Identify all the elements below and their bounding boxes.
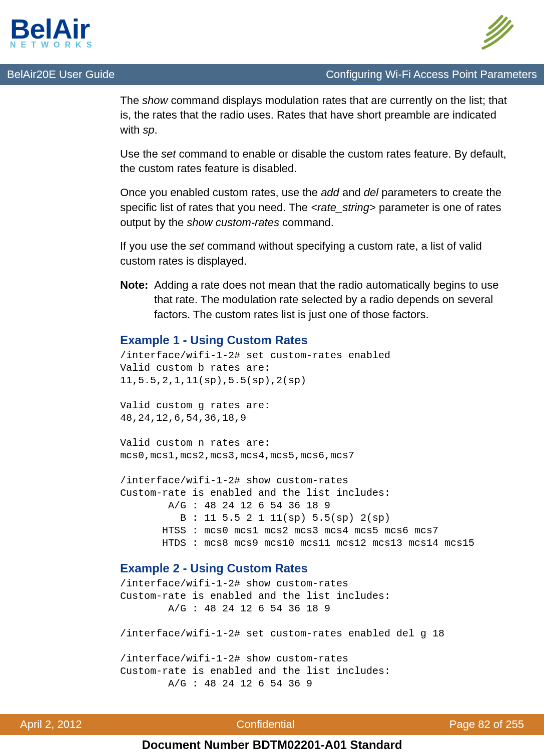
example-2-heading: Example 2 - Using Custom Rates	[120, 560, 514, 576]
title-bar: BelAir20E User Guide Configuring Wi-Fi A…	[0, 64, 544, 85]
note-block: Note: Adding a rate does not mean that t…	[120, 278, 514, 322]
param-add: add	[321, 186, 339, 199]
logo-subtext: NETWORKS	[10, 42, 97, 49]
example-2-code: /interface/wifi-1-2# show custom-rates C…	[120, 577, 514, 690]
footer-confidential: Confidential	[237, 717, 295, 732]
main-content: The show command displays modulation rat…	[0, 93, 544, 690]
section-title: Configuring Wi-Fi Access Point Parameter…	[326, 67, 537, 82]
logo-brand: BelAir	[10, 17, 97, 42]
footer-date: April 2, 2012	[20, 717, 82, 732]
example-1-code: /interface/wifi-1-2# set custom-rates en…	[120, 349, 514, 549]
paragraph: If you use the set command without speci…	[120, 239, 514, 268]
footer-bar: April 2, 2012 Confidential Page 82 of 25…	[0, 714, 544, 735]
paragraph: Use the set command to enable or disable…	[120, 147, 514, 176]
cmd-show-custom-rates: show custom-rates	[187, 216, 279, 229]
note-body: Adding a rate does not mean that the rad…	[154, 278, 514, 322]
param-rate-string: <rate_string>	[311, 201, 376, 214]
page-header: BelAir NETWORKS	[0, 0, 544, 60]
note-label: Note:	[120, 278, 154, 322]
example-1-heading: Example 1 - Using Custom Rates	[120, 332, 514, 348]
footer-page: Page 82 of 255	[449, 717, 524, 732]
guide-title: BelAir20E User Guide	[7, 67, 115, 82]
logo-swirl-icon	[469, 10, 524, 55]
paragraph: Once you enabled custom rates, use the a…	[120, 185, 514, 230]
cmd-show: show	[142, 94, 168, 107]
paragraph: The show command displays modulation rat…	[120, 93, 514, 138]
term-sp: sp	[143, 124, 154, 136]
logo: BelAir NETWORKS	[10, 17, 97, 49]
param-del: del	[364, 186, 378, 199]
cmd-set: set	[161, 148, 176, 160]
cmd-set: set	[189, 240, 204, 252]
document-number: Document Number BDTM02201-A01 Standard	[0, 737, 544, 753]
